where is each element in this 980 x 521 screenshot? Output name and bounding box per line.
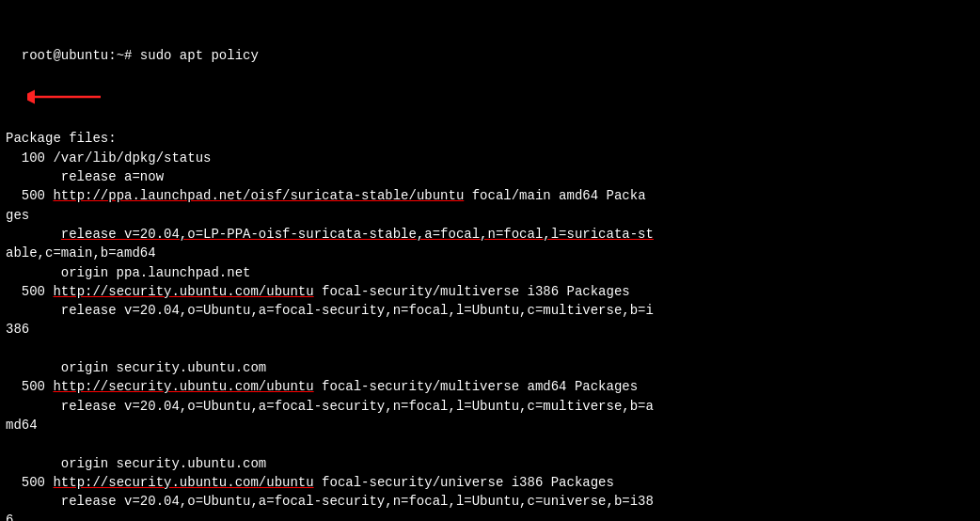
line-500-sec-multi-amd64: 500 http://security.ubuntu.com/ubuntu fo… [6, 379, 638, 394]
line-able: able,c=main,b=amd64 [6, 245, 156, 260]
line-100: 100 /var/lib/dpkg/status [6, 150, 211, 166]
line-6: 6 [6, 513, 13, 521]
line-origin-sec-2: origin security.ubuntu.com [6, 456, 266, 471]
command: sudo apt policy [140, 48, 259, 63]
line-release-sec-multi-amd64: release v=20.04,o=Ubuntu,a=focal-securit… [6, 399, 654, 414]
arrow-annotation [27, 84, 103, 110]
prompt: root@ubuntu:~# [22, 48, 140, 63]
line-origin-sec-1: origin security.ubuntu.com [6, 360, 266, 375]
line-md64: md64 [6, 418, 38, 433]
line-release-now: release a=now [6, 169, 164, 184]
terminal-output: root@ubuntu:~# sudo apt policy [6, 8, 974, 110]
url-security-ubuntu-2: http://security.ubuntu.com/ubuntu [53, 379, 313, 394]
line-release-sec-multi-i386: release v=20.04,o=Ubuntu,a=focal-securit… [6, 303, 654, 318]
terminal-body: Package files: 100 /var/lib/dpkg/status … [6, 110, 974, 521]
line-500-sec-uni-i386: 500 http://security.ubuntu.com/ubuntu fo… [6, 475, 614, 490]
url-security-ubuntu-1: http://security.ubuntu.com/ubuntu [53, 284, 313, 299]
line-pkg-files: Package files: [6, 131, 117, 146]
line-500-ppa: 500 http://ppa.launchpad.net/oisf/surica… [6, 188, 646, 203]
line-release-sec-uni-i386: release v=20.04,o=Ubuntu,a=focal-securit… [6, 494, 654, 509]
line-500-sec-multi-i386: 500 http://security.ubuntu.com/ubuntu fo… [6, 284, 630, 299]
url-security-ubuntu-3: http://security.ubuntu.com/ubuntu [53, 475, 313, 490]
release-ppa-value: release v=20.04,o=LP-PPA-oisf-suricata-s… [61, 227, 654, 242]
url-ppa-launchpad: http://ppa.launchpad.net/oisf/suricata-s… [53, 188, 464, 203]
line-origin-ppa: origin ppa.launchpad.net [6, 265, 250, 280]
line-release-ppa: release v=20.04,o=LP-PPA-oisf-suricata-s… [6, 227, 654, 242]
line-ges: ges [6, 208, 29, 223]
line-386: 386 [6, 322, 29, 337]
